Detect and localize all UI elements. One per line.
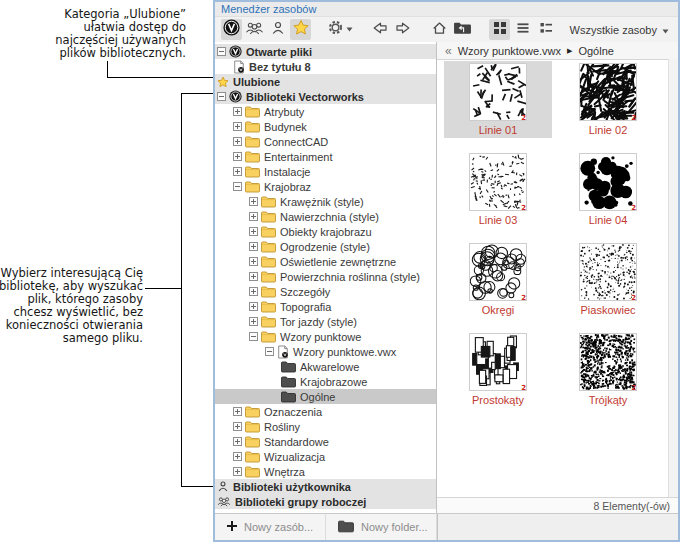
tree-item-ulubione[interactable]: Ulubione [215,74,436,89]
tree-item-label: Bez tytułu 8 [249,61,311,73]
forward-button[interactable] [392,19,413,40]
tree-item-ogólne[interactable]: Ogólne [215,389,436,404]
resource-item-piaskowiec[interactable]: 2Piaskowiec [554,241,662,318]
tree-item-connectcad[interactable]: ConnectCAD [215,134,436,149]
resource-item-linie-03[interactable]: 2Linie 03 [444,151,552,228]
folder-icon [261,271,276,283]
expander-minus-icon[interactable] [233,182,242,191]
tree-item-standardowe[interactable]: Standardowe [215,434,436,449]
tree-item-atrybuty[interactable]: Atrybuty [215,104,436,119]
tree-item-biblioteki-vectorworks[interactable]: Biblioteki Vectorworks [215,89,436,104]
resource-item-prostokąty[interactable]: 2Prostokąty [444,331,552,408]
thumbnail-view-button[interactable] [489,19,510,40]
home-icon [431,20,448,40]
resource-item-trójkąty[interactable]: 2Trójkąty [554,331,662,408]
breadcrumb-folder[interactable]: Ogólne [578,45,613,57]
vectorworks-libraries-filter-button[interactable] [221,19,242,40]
library-tree-pane: Otwarte plikiBez tytułu 8UlubioneBibliot… [215,42,437,514]
resource-item-linie-02[interactable]: 2Linie 02 [554,61,662,138]
tree-item-biblioteki-grupy-roboczej[interactable]: Biblioteki grupy roboczej [215,494,436,509]
folder-icon [261,211,276,223]
tree-item-krajobrazowe[interactable]: Krajobrazowe [215,374,436,389]
new-resource-button[interactable]: Nowy zasób... [215,514,326,540]
user-icon [270,20,286,40]
expander-minus-icon[interactable] [217,92,226,101]
tree-item-akwarelowe[interactable]: Akwarelowe [215,359,436,374]
vw-logo-icon [223,19,240,40]
breadcrumb-back-button[interactable]: « [445,44,452,58]
tree-item-obiekty-krajobrazu[interactable]: Obiekty krajobrazu [215,224,436,239]
tree-item-label: Krajobrazowe [300,376,367,388]
tree-item-szczegóły[interactable]: Szczegóły [215,284,436,299]
expander-plus-icon[interactable] [233,167,242,176]
tree-item-ogrodzenie-style[interactable]: Ogrodzenie (style) [215,239,436,254]
expander-plus-icon[interactable] [249,302,258,311]
folder-up-button[interactable] [452,19,473,40]
tree-item-rośliny[interactable]: Rośliny [215,419,436,434]
breadcrumb-separator-icon: ▶ [567,47,572,55]
folder-dark-icon [338,520,354,535]
tree-item-wzory-punktowe[interactable]: Wzory punktowe [215,329,436,344]
expander-minus-icon[interactable] [217,47,226,56]
expander-plus-icon[interactable] [233,437,242,446]
expander-plus-icon[interactable] [233,107,242,116]
expander-plus-icon[interactable] [249,257,258,266]
tree-item-nawierzchnia-style[interactable]: Nawierzchnia (style) [215,209,436,224]
grid-view-icon [492,20,508,40]
expander-plus-icon[interactable] [249,272,258,281]
tree-item-biblioteki-użytkownika[interactable]: Biblioteki użytkownika [215,479,436,494]
tree-item-powierzchnia-roślinna-style[interactable]: Powierzchnia roślinna (style) [215,269,436,284]
tree-item-krawężnik-style[interactable]: Krawężnik (style) [215,194,436,209]
expander-plus-icon[interactable] [249,317,258,326]
expander-plus-icon[interactable] [233,467,242,476]
settings-button[interactable] [327,19,353,40]
expander-plus-icon[interactable] [233,452,242,461]
expander-plus-icon[interactable] [233,137,242,146]
expander-plus-icon[interactable] [233,407,242,416]
resource-item-linie-01[interactable]: 2Linie 01 [444,61,552,138]
tree-item-oświetlenie-zewnętrzne[interactable]: Oświetlenie zewnętrzne [215,254,436,269]
user-libraries-filter-button[interactable] [267,19,288,40]
tree-item-wnętrza[interactable]: Wnętrza [215,464,436,479]
workgroup-libraries-filter-button[interactable] [244,19,265,40]
favorites-filter-button[interactable] [290,19,311,40]
expander-plus-icon[interactable] [249,287,258,296]
expander-plus-icon[interactable] [249,197,258,206]
expander-minus-icon[interactable] [249,332,258,341]
expander-plus-icon[interactable] [233,122,242,131]
resource-filter-dropdown[interactable]: Wszystkie zasoby [566,22,673,38]
grid-scrollbar-track[interactable] [668,59,678,497]
tree-item-label: Rośliny [264,421,300,433]
tree-item-otwarte-pliki[interactable]: Otwarte pliki [215,44,436,59]
list-view-button[interactable] [512,19,533,40]
expander-minus-icon[interactable] [265,347,274,356]
tree-item-wizualizacja[interactable]: Wizualizacja [215,449,436,464]
item-count: 8 Elementy(-ów) [594,500,670,512]
tree-item-oznaczenia[interactable]: Oznaczenia [215,404,436,419]
tree-item-entertainment[interactable]: Entertainment [215,149,436,164]
back-button[interactable] [369,19,390,40]
tree-item-wzory-punktowe-vwx[interactable]: Wzory punktowe.vwx [215,344,436,359]
tree-item-krajobraz[interactable]: Krajobraz [215,179,436,194]
resource-item-okręgi[interactable]: 2Okręgi [444,241,552,318]
resource-name: Linie 04 [589,214,628,226]
breadcrumb-file[interactable]: Wzory punktowe.vwx [458,45,561,57]
new-folder-button[interactable]: Nowy folder... [326,514,437,540]
expander-plus-icon[interactable] [249,212,258,221]
expander-plus-icon[interactable] [233,422,242,431]
expander-plus-icon[interactable] [233,152,242,161]
home-button[interactable] [429,19,450,40]
tree-item-budynek[interactable]: Budynek [215,119,436,134]
expander-plus-icon[interactable] [249,227,258,236]
resource-filter-label: Wszystkie zasoby [570,24,657,36]
tree-item-topografia[interactable]: Topografia [215,299,436,314]
tree-item-bez-tytułu-8[interactable]: Bez tytułu 8 [215,59,436,74]
tree-item-label: Obiekty krajobrazu [280,226,372,238]
doc-icon [233,60,245,74]
expander-plus-icon[interactable] [249,242,258,251]
detail-view-button[interactable] [535,19,556,40]
resource-item-linie-04[interactable]: 2Linie 04 [554,151,662,228]
callout-favorites-note: Kategoria „Ulubione”ułatwia dostęp donaj… [55,8,186,60]
tree-item-tor-jazdy-style[interactable]: Tor jazdy (style) [215,314,436,329]
tree-item-instalacje[interactable]: Instalacje [215,164,436,179]
